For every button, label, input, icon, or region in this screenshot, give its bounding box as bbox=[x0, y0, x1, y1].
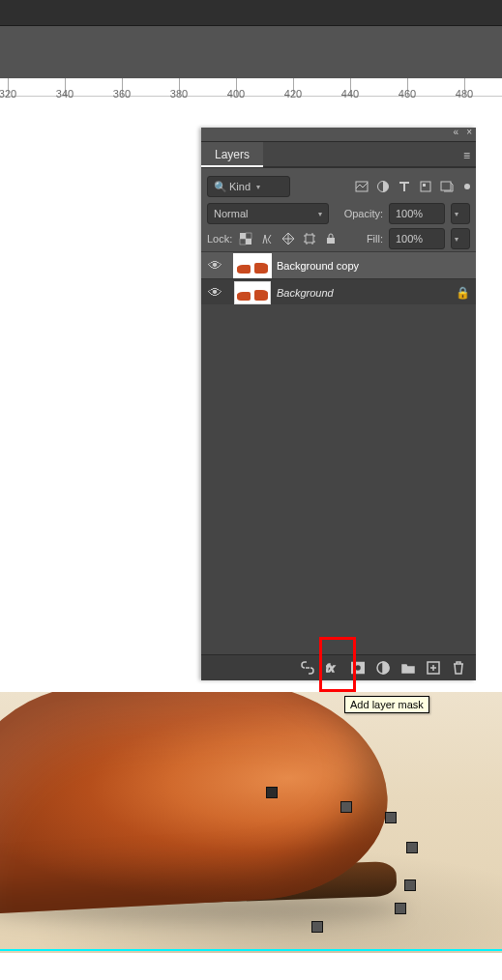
layer-effects-icon[interactable]: fx bbox=[325, 660, 340, 676]
options-bar bbox=[0, 26, 502, 78]
svg-rect-6 bbox=[246, 239, 251, 245]
photo-subject bbox=[0, 692, 416, 919]
adjustment-layer-icon[interactable] bbox=[375, 660, 391, 676]
selection-bottom-edge bbox=[0, 949, 502, 951]
layer-filter-dropdown[interactable]: 🔍 Kind ▾ bbox=[207, 176, 290, 197]
fill-value: 100% bbox=[396, 233, 423, 245]
chevron-down-icon: ▾ bbox=[256, 183, 260, 191]
layer-name[interactable]: Background bbox=[277, 287, 334, 299]
layers-tab[interactable]: Layers bbox=[201, 142, 263, 167]
blend-mode-value: Normal bbox=[214, 208, 248, 219]
svg-text:fx: fx bbox=[326, 662, 335, 674]
chevron-down-icon: ▾ bbox=[455, 210, 458, 218]
add-layer-mask-icon[interactable] bbox=[350, 660, 366, 676]
filter-smartobject-icon[interactable] bbox=[439, 179, 455, 194]
path-anchor[interactable] bbox=[404, 879, 416, 891]
layers-empty-area bbox=[201, 304, 476, 655]
layer-row[interactable]: 👁 Background copy bbox=[201, 252, 476, 279]
blend-mode-dropdown[interactable]: Normal ▾ bbox=[207, 203, 329, 224]
layers-panel: « × Layers ≡ 🔍 Kind ▾ Normal ▾ Opacity: … bbox=[201, 128, 476, 680]
lock-image-icon[interactable] bbox=[259, 231, 275, 246]
svg-rect-10 bbox=[327, 238, 335, 244]
path-anchor[interactable] bbox=[406, 842, 418, 853]
ruler-tick-label: 320 bbox=[0, 88, 16, 100]
document-preview bbox=[0, 692, 502, 953]
layer-thumbnail[interactable] bbox=[233, 253, 272, 278]
filter-adjustment-icon[interactable] bbox=[375, 179, 391, 194]
layer-row[interactable]: 👁 Background 🔒 bbox=[201, 279, 476, 306]
fill-dropdown[interactable]: ▾ bbox=[451, 228, 470, 249]
visibility-toggle-icon[interactable]: 👁 bbox=[201, 284, 228, 301]
svg-rect-4 bbox=[441, 182, 451, 190]
ruler-tick-label: 380 bbox=[170, 88, 188, 100]
tooltip: Add layer mask bbox=[344, 696, 429, 713]
path-anchor[interactable] bbox=[266, 787, 278, 798]
ruler-tick-label: 440 bbox=[341, 88, 359, 100]
ruler-tick-label: 480 bbox=[456, 88, 473, 100]
visibility-toggle-icon[interactable]: 👁 bbox=[201, 257, 228, 274]
panel-collapse-icon[interactable]: « bbox=[454, 127, 459, 137]
horizontal-ruler: 320 340 360 380 400 420 440 460 480 bbox=[0, 78, 502, 97]
chevron-down-icon: ▾ bbox=[318, 210, 322, 218]
path-anchor[interactable] bbox=[395, 903, 406, 914]
lock-transparent-icon[interactable] bbox=[238, 231, 253, 246]
filter-shape-icon[interactable] bbox=[418, 179, 433, 194]
path-anchor[interactable] bbox=[385, 812, 397, 823]
layer-group-icon[interactable] bbox=[400, 660, 416, 676]
lock-position-icon[interactable] bbox=[281, 231, 296, 246]
fill-label: Fill: bbox=[367, 233, 383, 245]
path-anchor[interactable] bbox=[311, 921, 323, 933]
svg-rect-3 bbox=[423, 184, 426, 187]
svg-rect-5 bbox=[240, 233, 246, 239]
layer-thumbnail[interactable] bbox=[234, 281, 271, 304]
opacity-dropdown[interactable]: ▾ bbox=[451, 203, 470, 224]
top-app-bar bbox=[0, 0, 502, 26]
svg-rect-7 bbox=[246, 233, 251, 239]
lock-icon: 🔒 bbox=[455, 286, 470, 300]
svg-rect-9 bbox=[306, 235, 313, 243]
path-anchor[interactable] bbox=[340, 801, 352, 813]
svg-rect-8 bbox=[240, 239, 246, 245]
ruler-tick-label: 340 bbox=[56, 88, 74, 100]
ruler-tick-label: 420 bbox=[284, 88, 302, 100]
lock-all-icon[interactable] bbox=[323, 231, 339, 246]
link-layers-icon[interactable] bbox=[300, 660, 315, 676]
lock-label: Lock: bbox=[207, 233, 232, 245]
ruler-tick-label: 360 bbox=[113, 88, 131, 100]
filter-pixel-icon[interactable] bbox=[354, 179, 369, 194]
svg-point-13 bbox=[355, 665, 362, 672]
lock-artboard-icon[interactable] bbox=[302, 231, 317, 246]
filter-type-icon[interactable] bbox=[397, 179, 412, 194]
ruler-tick-label: 400 bbox=[227, 88, 245, 100]
layers-bottom-bar: fx bbox=[201, 654, 476, 680]
layer-name[interactable]: Background copy bbox=[277, 260, 359, 272]
fill-input[interactable]: 100% bbox=[389, 228, 445, 249]
chevron-down-icon: ▾ bbox=[455, 235, 458, 244]
panel-menu-icon[interactable]: ≡ bbox=[463, 149, 470, 162]
new-layer-icon[interactable] bbox=[426, 660, 441, 676]
panel-close-icon[interactable]: × bbox=[466, 127, 472, 137]
layer-filter-label: Kind bbox=[229, 181, 251, 192]
opacity-input[interactable]: 100% bbox=[389, 203, 445, 224]
layers-list: 👁 Background copy 👁 Background 🔒 bbox=[201, 252, 476, 655]
delete-layer-icon[interactable] bbox=[451, 660, 466, 676]
tab-bar-spacer bbox=[263, 142, 476, 167]
opacity-label: Opacity: bbox=[344, 208, 383, 219]
panel-tab-bar: Layers bbox=[201, 141, 476, 168]
search-icon: 🔍 bbox=[214, 181, 227, 193]
opacity-value: 100% bbox=[396, 208, 423, 219]
filter-toggle-icon[interactable] bbox=[464, 184, 470, 189]
ruler-tick-label: 460 bbox=[399, 88, 416, 100]
